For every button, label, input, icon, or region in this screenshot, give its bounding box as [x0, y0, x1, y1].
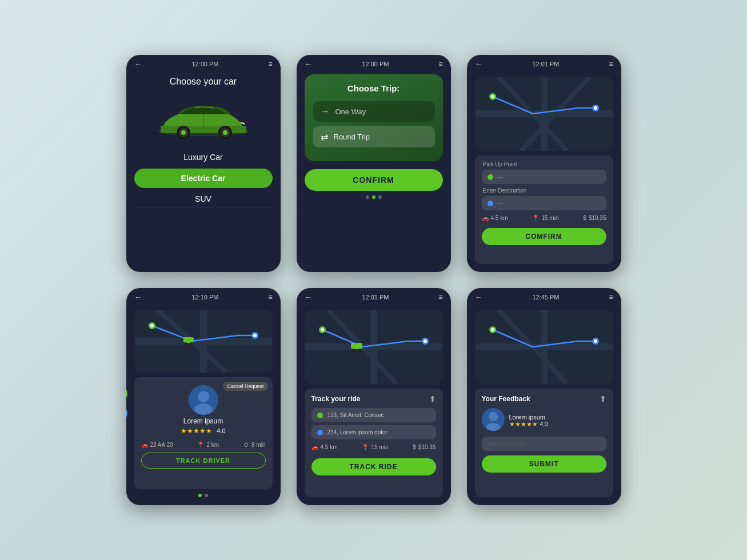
dot-4-1: [198, 494, 202, 497]
card-choose-trip: ← 12:00 PM ≡ Choose Trip: → One Way ⇄ Ro…: [297, 55, 451, 272]
one-way-option[interactable]: → One Way: [313, 101, 435, 122]
round-trip-label: Round Trip: [334, 133, 370, 141]
card-feedback: ← 12:45 PM ≡ Your Fee: [467, 288, 621, 505]
car-icon-4: 🚗: [141, 442, 148, 448]
svg-point-25: [190, 342, 193, 346]
stat-time-4: ⏱ 8 min: [243, 442, 265, 448]
car-icon-5: 🚗: [311, 444, 318, 450]
pickup-input[interactable]: —: [482, 170, 606, 184]
svg-point-6: [223, 130, 227, 135]
stat-time-3: 📍 15 min: [532, 215, 558, 221]
round-trip-icon: ⇄: [321, 131, 328, 142]
svg-point-24: [184, 342, 187, 346]
status-bar-4: ← 12:10 PM ≡: [126, 288, 281, 304]
track-driver-button[interactable]: TRACK DRIVER: [141, 453, 266, 469]
stat-dist-4: 📍 2 km: [197, 442, 219, 448]
signal-icon-4: ≡: [268, 293, 272, 301]
pickup-dot: [488, 174, 493, 180]
loc-icon-5: 📍: [362, 444, 369, 450]
status-bar-1: ← 12:00 PM ≡: [126, 55, 281, 71]
feedback-driver-avatar: [482, 408, 505, 431]
svg-point-51: [489, 412, 498, 421]
feedback-title: Your Feedback: [482, 395, 530, 403]
driver-stars-4: ★★★★★: [181, 427, 212, 435]
signal-icon-1: ≡: [268, 60, 272, 68]
page-dots-4: [134, 494, 273, 497]
trip-panel: Choose Trip: → One Way ⇄ Round Trip: [305, 74, 443, 161]
cancel-badge[interactable]: Cancel Request: [223, 382, 267, 391]
pickup-text: —: [498, 174, 504, 180]
destination-input[interactable]: —: [482, 196, 606, 210]
back-arrow-icon-6[interactable]: ←: [475, 293, 483, 302]
loc1-text: 123, Sit Amet, Consec: [327, 412, 384, 418]
location-2: 234, Lorem ipsum dolor: [311, 425, 436, 439]
card-choose-car: ← 12:00 PM ≡ Choose your car: [126, 55, 281, 272]
signal-icon-3: ≡: [609, 60, 613, 68]
loc1-dot: [317, 413, 323, 418]
luxury-car-option[interactable]: Luxury Car: [134, 149, 273, 166]
electric-car-option[interactable]: Electric Car: [134, 169, 273, 188]
track-ride-button[interactable]: TRACK RIDE: [311, 458, 436, 475]
status-bar-5: ← 12:01 PM ≡: [297, 288, 451, 304]
round-trip-option[interactable]: ⇄ Round Trip: [313, 126, 435, 147]
share-icon[interactable]: ⬆: [429, 394, 436, 403]
loc2-dot: [317, 430, 323, 435]
signal-icon-6: ≡: [609, 293, 613, 301]
dist-icon-4: 📍: [197, 442, 204, 448]
destination-label: Enter Destination: [482, 187, 606, 194]
driver-stats: 🚗 22 AA 20 📍 2 km ⏱ 8 min: [141, 442, 266, 448]
back-arrow-icon-3[interactable]: ←: [475, 59, 483, 69]
back-arrow-icon[interactable]: ←: [134, 59, 142, 69]
stat-time-5: 📍 15 min: [362, 444, 388, 450]
feedback-driver-row: Lorem ipsum ★★★★★ 4.0: [482, 408, 606, 433]
comfirm-button[interactable]: COMFIRM: [482, 228, 606, 245]
time-2: 12:00 PM: [362, 61, 389, 67]
route-panel: Pick Up Point — Enter Destination — 🚗 4.…: [475, 155, 613, 264]
stat-distance-3: 🚗 4.5 km: [482, 215, 508, 221]
map-area-5: [305, 310, 443, 384]
trip-panel-title: Choose Trip:: [313, 83, 435, 93]
stat-plate: 🚗 22 AA 20: [141, 442, 173, 448]
stats-row-3: 🚗 4.5 km 📍 15 min $ $10.35: [482, 215, 606, 221]
card-driver-tracking: ← 12:10 PM ≡: [126, 288, 281, 505]
svg-point-3: [181, 130, 186, 135]
destination-dot: [488, 201, 493, 206]
back-arrow-icon-2[interactable]: ←: [305, 59, 313, 69]
svg-point-27: [253, 334, 257, 337]
time-1: 12:00 PM: [191, 61, 218, 67]
driver-panel: Cancel Request 📞 💬 Lorem ipsum: [134, 377, 273, 489]
one-way-icon: →: [321, 106, 330, 117]
back-arrow-icon-4[interactable]: ←: [134, 293, 142, 302]
svg-point-36: [321, 328, 324, 331]
svg-point-47: [491, 328, 494, 331]
dollar-icon-3: $: [583, 215, 586, 221]
submit-button[interactable]: SUBMIT: [482, 455, 606, 473]
svg-point-49: [594, 339, 597, 343]
svg-point-39: [358, 349, 362, 352]
stat-price-3: $ $10.35: [583, 215, 606, 221]
feedback-rating: 4.0: [540, 421, 548, 427]
suv-option[interactable]: SUV: [134, 190, 273, 208]
plate-text: 22 AA 20: [150, 442, 173, 448]
share-icon-6[interactable]: ⬆: [600, 394, 606, 403]
dot-2: [372, 195, 376, 199]
chat-icon[interactable]: 💬: [126, 406, 127, 421]
map-area-6: [475, 310, 613, 384]
back-arrow-icon-5[interactable]: ←: [305, 293, 313, 302]
feedback-driver-info: Lorem ipsum ★★★★★ 4.0: [509, 414, 548, 428]
dot-3: [378, 195, 382, 199]
driver-info: Lorem ipsum ★★★★★ 4.0: [141, 383, 266, 439]
card-track-ride: ← 12:01 PM ≡: [297, 288, 451, 505]
card-route: ← 12:01 PM ≡: [467, 55, 621, 272]
feedback-panel: Your Feedback ⬆ Lorem ipsum ★: [475, 389, 613, 497]
time-6: 12:45 PM: [532, 294, 559, 301]
phone-icon[interactable]: 📞: [126, 386, 127, 401]
car-icon-3: 🚗: [482, 215, 489, 221]
comment-input[interactable]: Add Comment: [482, 437, 606, 451]
driver-rating-4: 4.0: [217, 427, 225, 434]
map-area-3: [475, 77, 613, 151]
driver-avatar: [189, 385, 218, 415]
track-title: Track your ride: [311, 395, 361, 403]
confirm-button[interactable]: CONFIRM: [305, 169, 443, 191]
dollar-icon-5: $: [413, 444, 416, 450]
